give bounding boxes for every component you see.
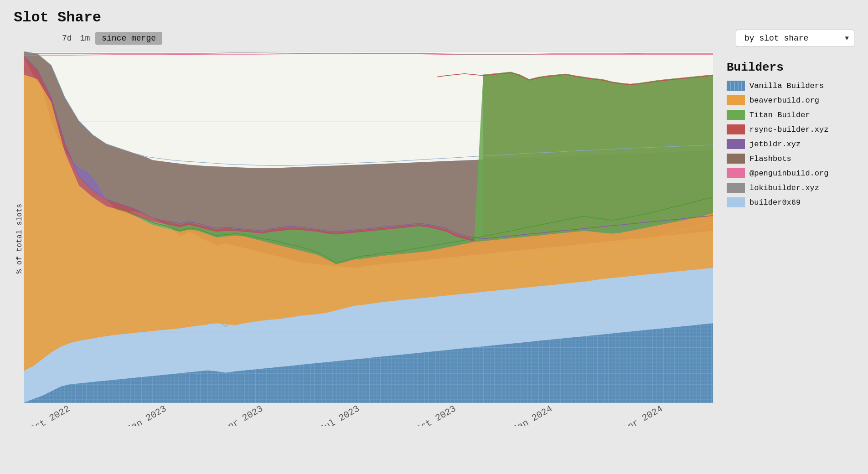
legend-item-loki: lokibuilder.xyz [727, 183, 854, 193]
svg-text:Apr 2023: Apr 2023 [221, 403, 264, 426]
legend-swatch-builder0x69 [727, 197, 745, 207]
legend-label-builder0x69: builder0x69 [749, 198, 801, 207]
legend-label-rsync: rsync-builder.xyz [749, 125, 828, 134]
time-btn-1m[interactable]: 1m [78, 32, 93, 45]
page-title: Slot Share [14, 9, 854, 26]
legend-item-jetbldr: jetbldr.xyz [727, 139, 854, 149]
time-filter-group: 7d 1m since merge [14, 32, 162, 45]
legend-label-penguin: @penguinbuild.org [749, 169, 828, 178]
legend-swatch-beaver [727, 95, 745, 105]
legend-swatch-rsync [727, 124, 745, 134]
legend-swatch-flashbots [727, 154, 745, 164]
legend-swatch-loki [727, 183, 745, 193]
legend-label-loki: lokibuilder.xyz [749, 184, 819, 192]
legend-swatch-titan [727, 110, 745, 120]
legend-label-jetbldr: jetbldr.xyz [749, 140, 801, 149]
legend-swatch-vanilla [727, 81, 745, 91]
legend-item-titan: Titan Builder [727, 110, 854, 120]
svg-text:Jul 2023: Jul 2023 [318, 403, 361, 426]
legend-label-flashbots: Flashbots [749, 155, 791, 163]
legend-item-rsync: rsync-builder.xyz [727, 124, 854, 134]
sort-dropdown[interactable]: by slot share by block count by value [736, 30, 854, 47]
time-btn-since-merge[interactable]: since merge [95, 32, 162, 45]
svg-text:Jan 2024: Jan 2024 [511, 403, 554, 426]
legend-item-builder0x69: builder0x69 [727, 197, 854, 207]
legend-item-vanilla: Vanilla Builders [727, 81, 854, 91]
main-chart: 100 80 60 40 20 0 [24, 52, 713, 426]
y-axis-label: % of total slots [14, 52, 24, 426]
svg-text:Oct 2023: Oct 2023 [414, 403, 458, 426]
svg-text:Apr 2024: Apr 2024 [621, 403, 664, 426]
legend-label-titan: Titan Builder [749, 111, 810, 119]
legend-label-beaver: beaverbuild.org [749, 96, 819, 105]
sort-dropdown-wrapper: by slot share by block count by value ▼ [736, 30, 854, 47]
legend-item-flashbots: Flashbots [727, 154, 854, 164]
legend: Builders Vanilla Builders beaverbuild.or… [727, 52, 854, 426]
time-btn-7d[interactable]: 7d [59, 32, 75, 45]
legend-swatch-penguin [727, 168, 745, 178]
legend-swatch-jetbldr [727, 139, 745, 149]
legend-item-penguin: @penguinbuild.org [727, 168, 854, 178]
legend-title: Builders [727, 61, 854, 74]
legend-label-vanilla: Vanilla Builders [749, 82, 824, 90]
svg-text:Oct 2022: Oct 2022 [28, 403, 72, 426]
svg-text:Jan 2023: Jan 2023 [125, 403, 168, 426]
legend-item-beaver: beaverbuild.org [727, 95, 854, 105]
